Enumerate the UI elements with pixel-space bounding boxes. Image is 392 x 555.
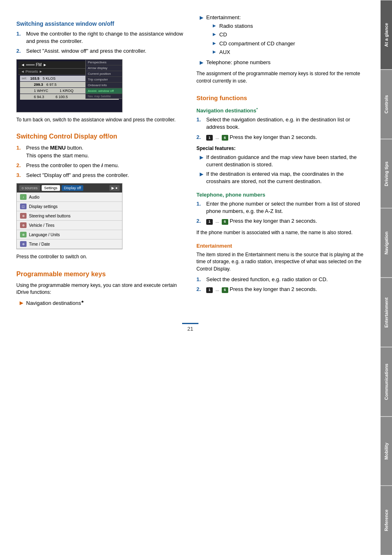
sidebar-tab-driving-tips[interactable]: Driving tips <box>381 139 392 208</box>
page-number: 21 <box>187 326 193 332</box>
ent-step-num-1: 1. <box>196 276 205 283</box>
prog-key-note: The assignment of the programmable memor… <box>196 70 364 85</box>
tab-settings: Settings <box>42 185 60 191</box>
ent-sub-aux: ▶ AUX <box>213 49 295 56</box>
phone-step-text-1: Enter the phone number or select the num… <box>206 200 364 215</box>
steering-label: Steering wheel buttons <box>29 214 71 218</box>
sidebar-tab-controls[interactable]: Controls <box>381 69 392 139</box>
ent-sub-label-1: Radio stations <box>219 22 253 30</box>
menu-item-5: Onboard Info <box>86 83 122 88</box>
control-display-steps: 1. Press the MENU button.This opens the … <box>16 144 184 179</box>
ent-sub-cd: ▶ CD <box>213 31 295 38</box>
phone-step-text-2: 1 ... 6 Press the key longer than 2 seco… <box>206 217 364 225</box>
section-storing: Storing functions Navigation destination… <box>196 94 364 293</box>
settings-item-audio: ♪ Audio <box>17 192 122 202</box>
settings-item-display: ◫ Display settings <box>17 202 122 211</box>
step-text-2: Select "Assist. window off" and press th… <box>26 47 184 55</box>
sidebar-tab-reference[interactable]: Reference <box>381 486 392 555</box>
settings-screenshot: o sources Settings Display off ▶ ● ♪ Aud… <box>16 183 122 249</box>
cd-step-num-1: 1. <box>16 144 24 159</box>
ent-ellipsis: ... <box>216 287 220 292</box>
section-heading-control-display: Switching Control Display off/on <box>16 133 184 140</box>
radio-screenshot: ◄ ═══ FM ► ◉ ◄ Presets ► set: 103.5 <box>16 59 122 112</box>
section-heading-prog-keys: Programmable memory keys <box>16 271 184 278</box>
sidebar-tabs: At a glance Controls Driving tips Naviga… <box>381 0 392 555</box>
section-switching-assist: Switching assistance window on/off 1. Mo… <box>16 20 184 123</box>
arrow-sub-4: ▶ <box>213 49 217 55</box>
step-num-2: 2. <box>16 47 24 55</box>
menu-item-4: Trip computer <box>86 77 122 83</box>
display-icon: ◫ <box>20 204 27 209</box>
right-column: ▶ Entertainment: ▶ Radio stations ▶ CD <box>196 12 364 311</box>
key-ellipsis: ... <box>216 135 220 140</box>
settings-item-language: ⊕ Language / Units <box>17 230 122 239</box>
special-text-2: If the destination is entered via map, t… <box>206 170 364 185</box>
sidebar-tab-entertainment[interactable]: Entertainment <box>381 278 392 347</box>
section-control-display: Switching Control Display off/on 1. Pres… <box>16 133 184 260</box>
special-text-1: If destination guidance and the map view… <box>206 154 364 168</box>
audio-icon: ♪ <box>20 194 27 200</box>
nav-step-2-suffix: Press the key longer than 2 seconds. <box>229 134 317 140</box>
key-badge-6: 6 <box>222 135 228 141</box>
right-item-entertainment: ▶ Entertainment: ▶ Radio stations ▶ CD <box>200 14 364 57</box>
page-number-container: 21 <box>16 323 364 332</box>
special-features-list: ▶ If destination guidance and the map vi… <box>196 154 364 185</box>
page-divider <box>182 323 198 324</box>
phone-step-1: 1. Enter the phone number or select the … <box>196 200 364 215</box>
ent-sub-label-2: CD <box>219 31 227 38</box>
cd-step-3: 3. Select "Display off" and press the co… <box>16 172 184 179</box>
vehicle-label: Vehicle / Tires <box>29 223 54 228</box>
sidebar-tab-mobility[interactable]: Mobility <box>381 416 392 486</box>
special-arrow-1: ▶ <box>200 154 204 161</box>
step-num-1: 1. <box>16 30 24 45</box>
cd-step-text-1: Press the MENU button.This opens the sta… <box>26 144 184 159</box>
storing-heading: Storing functions <box>196 94 364 101</box>
settings-header: o sources Settings Display off ▶ ● <box>17 184 122 192</box>
arrow-sub-3: ▶ <box>213 40 217 46</box>
nav-step-1: 1. Select the navigation destination, e.… <box>196 116 364 131</box>
display-label: Display settings <box>29 204 58 209</box>
assist-steps: 1. Move the controller to the right to c… <box>16 30 184 55</box>
special-feature-2: ▶ If the destination is entered via map,… <box>200 170 364 185</box>
ent-step-num-2: 2. <box>196 286 205 293</box>
cd-step-2: 2. Press the controller to open the i me… <box>16 162 184 169</box>
tab-sources: o sources <box>19 185 40 191</box>
phone-ellipsis: ... <box>216 219 220 224</box>
sidebar-tab-navigation[interactable]: Navigation <box>381 208 392 278</box>
settings-item-time: ⊕ Time / Date <box>17 239 122 249</box>
prog-key-item-1: ▶ Navigation destinations★ <box>20 299 184 307</box>
prog-keys-body: Using the programmable memory keys, you … <box>16 282 184 296</box>
audio-label: Audio <box>29 195 40 199</box>
key-badge-1: 1 <box>206 135 213 141</box>
menu-item-3: Current position <box>86 71 122 77</box>
special-features-label: Special features: <box>196 145 364 152</box>
right-item-telephone: ▶ Telephone: phone numbers <box>200 59 364 66</box>
sidebar-tab-at-a-glance[interactable]: At a glance <box>381 0 392 69</box>
menu-item-2: Arrow display <box>86 65 122 71</box>
steering-icon: ⊕ <box>20 213 27 219</box>
cd-step-text-2: Press the controller to open the i menu. <box>26 162 184 169</box>
switch-on-text: Press the controller to switch on. <box>16 253 184 260</box>
phone-steps: 1. Enter the phone number or select the … <box>196 200 364 225</box>
nav-step-num-1: 1. <box>196 116 205 131</box>
menu-item-highlighted: Assist. window off <box>86 88 122 94</box>
nav-step-num-2: 2. <box>196 134 205 141</box>
prog-key-label-1: Navigation destinations★ <box>26 299 84 307</box>
step-text-1: Move the controller to the right to chan… <box>26 30 184 45</box>
time-icon: ⊕ <box>20 241 27 247</box>
phone-heading: Telephone, phone numbers <box>196 192 364 198</box>
phone-step-num-2: 2. <box>196 217 205 225</box>
prog-keys-list: ▶ Navigation destinations★ <box>16 299 184 307</box>
entertainment-heading: Entertainment <box>196 243 364 249</box>
ent-step-text-2: 1 ... 6 Press the key longer than 2 seco… <box>206 286 364 293</box>
entertainment-body: The item stored in the Entertainment men… <box>196 251 364 273</box>
language-label: Language / Units <box>29 233 60 237</box>
right-label-tel: Telephone: phone numbers <box>206 59 271 66</box>
arrow-bullet-1: ▶ <box>20 300 24 307</box>
arrow-sub-2: ▶ <box>213 31 217 37</box>
arrow-sub-1: ▶ <box>213 23 217 29</box>
phone-note: If the phone number is associated with a… <box>196 229 364 236</box>
ent-sub-cd-changer: ▶ CD compartment of CD changer <box>213 40 295 47</box>
cd-step-num-3: 3. <box>16 172 24 179</box>
sidebar-tab-communications[interactable]: Communications <box>381 347 392 416</box>
